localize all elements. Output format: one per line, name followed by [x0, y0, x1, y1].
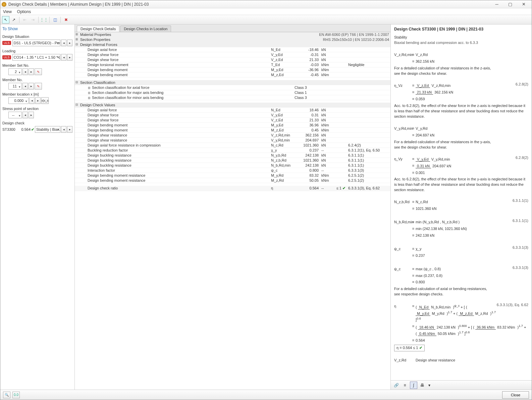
check-icon: ✔	[31, 127, 34, 132]
table-row: ⊞ Section classification for axial force…	[75, 85, 390, 90]
tool-pick-icon[interactable]: ↗	[10, 16, 17, 23]
close-button[interactable]: Close	[502, 391, 529, 399]
table-row: Design bending momentM_y,Ed36.96kNm	[75, 123, 390, 128]
tab-locations[interactable]: Design Checks in Location	[120, 25, 171, 32]
table-row: Design bending momentM_z,Ed-0.45kNm	[75, 72, 390, 77]
rtool-list-icon[interactable]: ≡	[401, 382, 409, 389]
member-next-button[interactable]: ▸	[29, 83, 34, 90]
location-label: Member location x [m]	[2, 92, 72, 96]
table-row: Design bending momentM_y,Ed-36.96kNm	[75, 67, 390, 72]
right-panel: Design Check ST3300 | EN 1999 | DIN | 20…	[391, 24, 532, 390]
tool-nodes-icon[interactable]: ⋮⋮	[40, 16, 48, 23]
location-input[interactable]: 0.000	[8, 97, 29, 104]
stress-next-button[interactable]: ▸	[29, 112, 34, 118]
tool-left-icon[interactable]: ⇤	[21, 16, 29, 23]
menubar: View Options	[0, 8, 532, 15]
table-row: Design axial forceN_Ed18.46kN	[75, 108, 390, 113]
table-row: Design shear forceV_z,Ed21.33kN	[75, 118, 390, 123]
right-toolbar: 🔗 ≡ ∫ 🖶 ▾	[391, 380, 532, 390]
loading-prev-button[interactable]: ◂	[61, 54, 66, 61]
check-ratio: 0.564	[18, 127, 31, 131]
check-next-button[interactable]: ▸	[67, 126, 72, 133]
cat-dcv[interactable]: Design Check Values	[75, 103, 390, 108]
help-icon[interactable]: 🔍	[3, 392, 10, 398]
member-input[interactable]: 11	[8, 83, 22, 90]
tool-view-icon[interactable]: ◫	[51, 16, 59, 23]
rtool-dropdown-icon[interactable]: ▾	[427, 382, 431, 389]
memberset-pick-icon[interactable]: ✎	[35, 68, 42, 75]
member-prev-button[interactable]: ◂	[22, 83, 28, 90]
cat-section[interactable]: Section Properties	[75, 37, 270, 42]
close-window-button[interactable]: ✕	[517, 1, 530, 8]
right-title: Design Check ST3300 | EN 1999 | DIN | 20…	[394, 26, 528, 32]
loading-badge: ULS	[2, 55, 11, 59]
location-prev-button[interactable]: ◂	[29, 97, 35, 104]
app-icon	[2, 2, 6, 7]
location-next-button[interactable]: ▸	[35, 97, 41, 104]
table-row: Design buckling resistanceN_b,Rd,min242.…	[75, 163, 390, 168]
table-row: Design buckling resistanceN_z,b,Rd1021.3…	[75, 158, 390, 163]
right-hscroll[interactable]	[391, 375, 532, 380]
menu-options[interactable]: Options	[17, 9, 31, 14]
memberset-next-button[interactable]: ▸	[29, 68, 34, 75]
ratio-label: Design check ratio	[75, 186, 270, 191]
titlebar: Design Check Details | Members | Aluminu…	[0, 0, 532, 8]
stress-input[interactable]: --	[8, 112, 22, 118]
tool-pointer-icon[interactable]: ↖	[2, 16, 9, 23]
table-row: Design bending moment resistanceM_z,Rd50…	[75, 178, 390, 183]
table-row: Design shear resistanceV_y,Rd,min204.697…	[75, 138, 390, 143]
stability-desc: Biaxial bending and axial compression ac…	[394, 40, 528, 46]
tab-details[interactable]: Design Check Details	[77, 25, 119, 32]
table-row: Design bending moment resistanceM_y,Rd83…	[75, 173, 390, 178]
middle-panel: Design Check Details Design Checks in Lo…	[75, 24, 391, 390]
loading-next-button[interactable]: ▸	[67, 54, 72, 61]
memberset-input[interactable]: 2	[8, 68, 22, 75]
check-prev-button[interactable]: ◂	[61, 126, 66, 133]
check-name: ST3300	[2, 127, 18, 131]
stress-prev-button[interactable]: ◂	[22, 112, 28, 118]
calc-content[interactable]: Design Check ST3300 | EN 1999 | DIN | 20…	[391, 24, 532, 375]
maximize-button[interactable]: ▢	[503, 1, 517, 8]
situation-badge: ULS	[2, 41, 11, 45]
loading-combo[interactable]: CO14 - 1.35 * LC1 + 1.50 * LC2 ...	[12, 54, 60, 61]
tool-cross-icon[interactable]: ✖	[62, 16, 70, 23]
memberset-prev-button[interactable]: ◂	[22, 68, 28, 75]
table-row: Design torsional momentT_Ed-0.03kNmNegli…	[75, 62, 390, 67]
menu-view[interactable]: View	[3, 9, 12, 14]
rtool-math-icon[interactable]: ∫	[410, 382, 417, 389]
units-icon[interactable]: 0.0	[12, 392, 20, 398]
table-row: Design axial forceN_Ed-18.46kN	[75, 47, 390, 52]
rtool-print-icon[interactable]: 🖶	[419, 382, 426, 389]
location-xs-button[interactable]: x|x_s	[41, 97, 49, 104]
ratio-check-icon: ✔	[342, 186, 345, 190]
stress-label: Stress point of section	[2, 107, 72, 111]
member-label: Member No.	[2, 78, 72, 82]
stability-label: Stability	[394, 35, 528, 40]
table-row: Design shear forceV_y,Ed0.31kN	[75, 113, 390, 118]
bottom-bar: 🔍 0.0 Close	[0, 390, 532, 400]
window-title: Design Check Details | Members | Aluminu…	[8, 2, 490, 7]
situation-combo[interactable]: DS1 - ULS (STR/GEO) - Permane...	[12, 40, 60, 46]
table-row: Design bending momentM_z,Ed0.45kNm	[75, 128, 390, 133]
eta-result-box: η = 0.564 ≤ 1 ✔	[394, 345, 425, 351]
cat-dif[interactable]: Design Internal Forces	[75, 42, 390, 47]
cat-classification[interactable]: Section Classification	[75, 80, 390, 85]
left-panel-title: To Show	[2, 26, 72, 32]
main-toolbar: ↖ ↗ ⇤ ⇥ ⋮⋮ ◫ ✖	[0, 15, 532, 24]
table-row: Design axial force resistance in compres…	[75, 143, 390, 148]
cat-material[interactable]: Material Properties	[75, 32, 270, 37]
rtool-link-icon[interactable]: 🔗	[392, 382, 400, 389]
situation-next-button[interactable]: ▸	[67, 40, 72, 46]
check-desc-combo[interactable]: Stability | Biax...	[35, 126, 60, 133]
table-row: Design buckling resistanceN_y,b,Rd242.13…	[75, 153, 390, 158]
minimize-button[interactable]: ─	[490, 1, 503, 8]
loading-label: Loading	[2, 49, 72, 53]
tool-right-icon[interactable]: ⇥	[29, 16, 37, 23]
table-row: Design shear forceV_z,Ed21.33kN	[75, 57, 390, 62]
details-grid[interactable]: Material PropertiesEN AW-6060 (EP) T66 |…	[75, 32, 390, 390]
situation-prev-button[interactable]: ◂	[61, 40, 66, 46]
table-row: Design shear forceV_y,Ed-0.31kN	[75, 52, 390, 57]
table-row: Design shear resistanceV_z,Rd,min362.156…	[75, 133, 390, 138]
member-pick-icon[interactable]: ✎	[35, 83, 42, 90]
table-row: Buckling reduction factorχ_y0.237--6.3.1…	[75, 148, 390, 153]
